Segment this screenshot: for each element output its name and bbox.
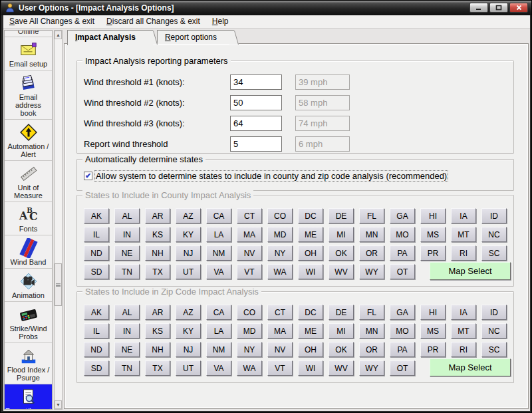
zip-state-button-nh[interactable]: NH [145,342,170,357]
zip-state-button-ny[interactable]: NY [237,342,262,357]
zip-state-button-in[interactable]: IN [114,323,140,339]
zip-state-button-ma[interactable]: MA [267,323,293,339]
county-state-button-mi[interactable]: MI [329,227,354,242]
wind-threshold-1-knots-input[interactable] [230,74,282,90]
zip-state-button-me[interactable]: ME [298,323,323,339]
sidebar-item-report-impact-analysis[interactable]: Report/ImpactAnalysis [5,384,52,410]
county-state-button-nj[interactable]: NJ [176,245,201,261]
county-state-button-co[interactable]: CO [267,208,293,223]
county-map-select-button[interactable]: Map Select [430,262,511,280]
zip-state-button-nm[interactable]: NM [206,342,231,357]
scroll-thumb[interactable] [55,263,62,306]
sidebar-item-strike-wind-probs[interactable]: Strike/WindProbs [5,302,52,343]
county-state-button-sd[interactable]: SD [84,264,109,279]
zip-state-button-nj[interactable]: NJ [176,342,201,357]
county-state-button-ms[interactable]: MS [420,227,446,242]
close-button[interactable] [509,3,528,13]
wind-threshold-3-knots-input[interactable] [230,116,282,131]
zip-state-button-sd[interactable]: SD [84,360,109,376]
zip-state-button-nc[interactable]: NC [481,323,507,339]
wind-threshold-4-knots-input[interactable] [230,136,282,152]
zip-state-button-mn[interactable]: MN [359,323,384,339]
county-state-button-ny[interactable]: NY [267,245,293,261]
menu-item-discard[interactable]: Discard all Changes & exit [100,15,206,28]
zip-state-button-wi[interactable]: WI [298,360,323,376]
zip-state-button-vt[interactable]: VT [267,360,293,376]
zip-state-button-ky[interactable]: KY [176,323,201,339]
zip-state-button-az[interactable]: AZ [176,305,201,320]
county-state-button-nv[interactable]: NV [237,245,262,261]
county-state-button-wy[interactable]: WY [359,264,384,279]
zip-state-button-ca[interactable]: CA [206,305,231,320]
zip-state-button-nv[interactable]: NV [267,342,293,357]
zip-state-button-pa[interactable]: PA [390,342,415,357]
sidebar-item-flood-index-psurge[interactable]: Flood Index /Psurge [5,343,52,384]
zip-state-button-wy[interactable]: WY [359,360,384,376]
county-state-button-sc[interactable]: SC [481,245,507,261]
sidebar-item-email-address-book[interactable]: Email addressbook [5,70,52,120]
county-state-button-ca[interactable]: CA [206,208,231,223]
county-state-button-ia[interactable]: IA [451,208,476,223]
county-state-button-ar[interactable]: AR [145,208,170,223]
county-state-button-pr[interactable]: PR [420,245,446,261]
zip-state-button-il[interactable]: IL [84,323,109,339]
sidebar-item-automation-alert[interactable]: Automation /Alert [5,120,52,161]
county-state-button-ot[interactable]: OT [390,264,415,279]
zip-state-button-la[interactable]: LA [206,323,231,339]
scroll-down-button[interactable]: ▼ [55,400,62,409]
zip-state-button-mo[interactable]: MO [390,323,415,339]
county-state-button-mt[interactable]: MT [451,227,476,242]
county-state-button-ma[interactable]: MA [237,227,262,242]
sidebar-item-wind-band[interactable]: Wind Band [5,235,52,269]
county-state-button-pa[interactable]: PA [390,245,415,261]
sidebar-item-unit-of-measure[interactable]: Unit ofMeasure [5,161,52,202]
zip-state-button-ia[interactable]: IA [451,305,476,320]
county-state-button-de[interactable]: DE [329,208,354,223]
zip-state-button-ct[interactable]: CT [267,305,293,320]
scroll-up-button[interactable]: ▲ [55,31,62,39]
zip-state-button-tx[interactable]: TX [145,360,170,376]
sidebar-item-offline-clipped[interactable]: Offline [5,31,52,37]
tab-impact-analysis[interactable]: Impact Analysis [67,30,153,45]
county-state-button-dc[interactable]: DC [298,208,323,223]
zip-state-button-ut[interactable]: UT [176,360,201,376]
scroll-track[interactable] [55,39,62,400]
county-state-button-ak[interactable]: AK [84,208,109,223]
menu-item-save[interactable]: Save All Changes & exit [3,15,100,28]
zip-state-button-sc[interactable]: SC [481,342,507,357]
zip-state-button-mi[interactable]: MI [329,323,354,339]
zip-state-button-md[interactable]: MD [237,323,262,339]
zip-state-button-ms[interactable]: MS [420,323,446,339]
menu-item-help[interactable]: Help [206,15,235,28]
maximize-button[interactable] [489,3,508,13]
county-state-button-tn[interactable]: TN [114,264,140,279]
zip-state-button-wa[interactable]: WA [237,360,262,376]
county-state-button-il[interactable]: IL [84,227,109,242]
county-state-button-az[interactable]: AZ [176,208,201,223]
county-state-button-nc[interactable]: NC [481,227,507,242]
county-state-button-ri[interactable]: RI [451,245,476,261]
county-state-button-vt[interactable]: VT [237,264,262,279]
minimize-button[interactable] [469,3,488,13]
wind-threshold-2-knots-input[interactable] [230,95,282,110]
county-state-button-me[interactable]: ME [298,227,323,242]
county-state-button-mo[interactable]: MO [390,227,415,242]
zip-state-button-ks[interactable]: KS [145,323,170,339]
county-state-button-nh[interactable]: NH [145,245,170,261]
zip-state-button-va[interactable]: VA [206,360,231,376]
county-state-button-ks[interactable]: KS [145,227,170,242]
sidebar-item-fonts[interactable]: ABCFonts [5,202,52,235]
zip-state-button-nd[interactable]: ND [84,342,109,357]
county-state-button-tx[interactable]: TX [145,264,170,279]
zip-state-button-co[interactable]: CO [237,305,262,320]
zip-state-button-id[interactable]: ID [481,305,507,320]
county-state-button-id[interactable]: ID [481,208,507,223]
auto-states-checkbox[interactable]: ✔ [84,172,92,180]
county-state-button-ga[interactable]: GA [390,208,415,223]
county-state-button-nd[interactable]: ND [84,245,109,261]
zip-state-button-ri[interactable]: RI [451,342,476,357]
zip-state-button-ak[interactable]: AK [84,305,109,320]
county-state-button-la[interactable]: LA [206,227,231,242]
tab-report-options[interactable]: Report options [157,30,234,44]
county-state-button-wi[interactable]: WI [298,264,323,279]
